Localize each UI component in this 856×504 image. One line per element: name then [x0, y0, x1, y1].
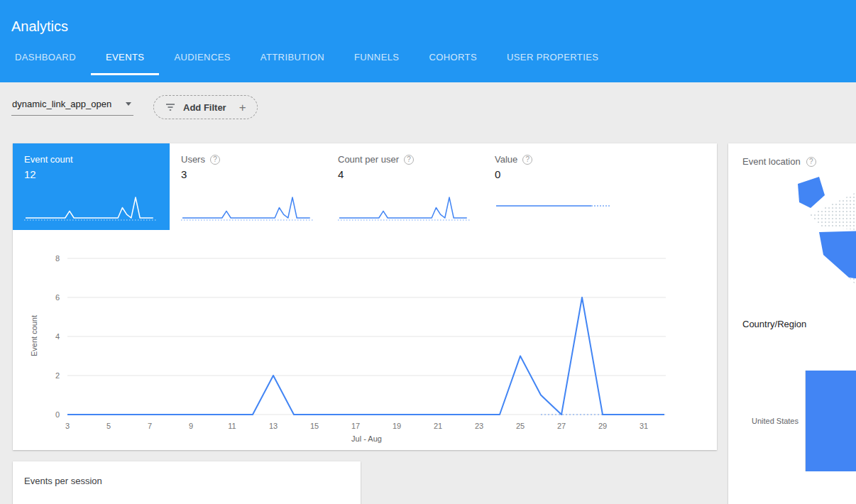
help-icon[interactable]: ? — [806, 157, 816, 167]
app-header: Analytics DASHBOARDEVENTSAUDIENCESATTRIB… — [0, 0, 856, 82]
add-filter-button[interactable]: Add Filter + — [153, 95, 258, 119]
svg-text:3: 3 — [65, 422, 70, 430]
event-location-header: Event location ? — [728, 143, 856, 167]
sparkline-chart — [21, 192, 160, 224]
svg-text:7: 7 — [148, 422, 152, 430]
sparkline-chart — [178, 192, 317, 224]
line-chart: 0246835791113151719212325272931Jul - Aug — [13, 240, 708, 450]
tab-attribution[interactable]: ATTRIBUTION — [246, 41, 339, 75]
svg-text:Jul - Aug: Jul - Aug — [351, 434, 382, 443]
metric-label: Count per user? — [338, 154, 472, 165]
svg-text:21: 21 — [434, 422, 442, 430]
tab-funnels[interactable]: FUNNELS — [339, 41, 414, 75]
events-card: Event count12Users?3Count per user?4Valu… — [13, 143, 717, 450]
event-location-card: Event location ? Country/Region United S… — [728, 143, 856, 504]
country-name: United States — [728, 417, 805, 425]
svg-text:5: 5 — [106, 422, 111, 430]
metric-label-text: Event count — [24, 154, 73, 165]
svg-text:27: 27 — [557, 422, 566, 430]
country-region-label: Country/Region — [742, 319, 856, 329]
map-mexico — [849, 278, 856, 303]
sparkline-chart — [492, 192, 630, 224]
chevron-down-icon — [126, 102, 131, 106]
event-location-title: Event location — [742, 156, 801, 167]
svg-text:19: 19 — [393, 422, 401, 430]
svg-text:15: 15 — [310, 422, 319, 430]
metric-value: 12 — [24, 168, 158, 180]
metric-label: Users? — [181, 154, 315, 165]
metric-label-text: Value — [495, 154, 517, 165]
svg-text:0: 0 — [55, 410, 60, 419]
metric-tab-users[interactable]: Users?3 — [170, 143, 327, 230]
svg-text:9: 9 — [189, 422, 193, 430]
svg-text:23: 23 — [475, 422, 483, 430]
nav-tabs: DASHBOARDEVENTSAUDIENCESATTRIBUTIONFUNNE… — [0, 41, 856, 75]
geo-bar-row: United States — [728, 371, 856, 471]
metric-value: 3 — [181, 168, 315, 180]
event-count-chart: Event count 0246835791113151719212325272… — [13, 230, 717, 450]
metric-value: 4 — [338, 168, 472, 180]
filter-bar: dynamic_link_app_open Add Filter + — [0, 82, 856, 122]
help-icon[interactable]: ? — [522, 155, 532, 165]
app-title: Analytics — [0, 0, 856, 41]
metric-tab-value[interactable]: Value?0 — [483, 143, 640, 230]
tab-user-properties[interactable]: USER PROPERTIES — [492, 41, 613, 75]
events-per-session-card: Events per session — [13, 461, 361, 504]
svg-text:4: 4 — [55, 332, 60, 341]
country-bar[interactable] — [805, 371, 856, 471]
events-per-session-title: Events per session — [24, 476, 349, 486]
svg-text:11: 11 — [228, 422, 236, 430]
help-icon[interactable]: ? — [404, 155, 414, 165]
metric-label: Event count — [24, 154, 158, 165]
metric-label: Value? — [495, 154, 629, 165]
filter-list-icon — [165, 102, 176, 112]
tab-dashboard[interactable]: DASHBOARD — [0, 41, 91, 75]
svg-text:25: 25 — [516, 422, 525, 430]
svg-text:29: 29 — [598, 422, 607, 430]
map-alaska[interactable] — [798, 177, 825, 208]
metric-label-text: Count per user — [338, 154, 399, 165]
svg-text:13: 13 — [269, 422, 278, 430]
content-area: Event count12Users?3Count per user?4Valu… — [0, 143, 856, 504]
tab-audiences[interactable]: AUDIENCES — [159, 41, 245, 75]
north-america-map — [778, 171, 856, 310]
svg-text:6: 6 — [55, 293, 60, 302]
y-axis-label: Event count — [30, 304, 38, 368]
metric-value: 0 — [495, 168, 629, 180]
metric-label-text: Users — [181, 154, 205, 165]
help-icon[interactable]: ? — [210, 155, 220, 165]
svg-text:2: 2 — [55, 371, 60, 380]
svg-text:8: 8 — [55, 254, 60, 263]
metric-tab-event-count[interactable]: Event count12 — [13, 143, 170, 230]
sparkline-chart — [335, 192, 473, 224]
map-usa[interactable] — [819, 225, 856, 283]
svg-text:17: 17 — [351, 422, 360, 430]
plus-icon[interactable]: + — [239, 102, 246, 114]
tab-cohorts[interactable]: COHORTS — [414, 41, 492, 75]
tab-events[interactable]: EVENTS — [91, 41, 159, 75]
event-select-value: dynamic_link_app_open — [12, 99, 111, 109]
metric-tabs: Event count12Users?3Count per user?4Valu… — [13, 143, 717, 230]
svg-text:31: 31 — [640, 422, 648, 430]
event-select-dropdown[interactable]: dynamic_link_app_open — [11, 99, 133, 116]
left-column: Event count12Users?3Count per user?4Valu… — [13, 143, 717, 504]
metric-tab-count-per-user[interactable]: Count per user?4 — [327, 143, 483, 230]
add-filter-label: Add Filter — [183, 102, 226, 113]
